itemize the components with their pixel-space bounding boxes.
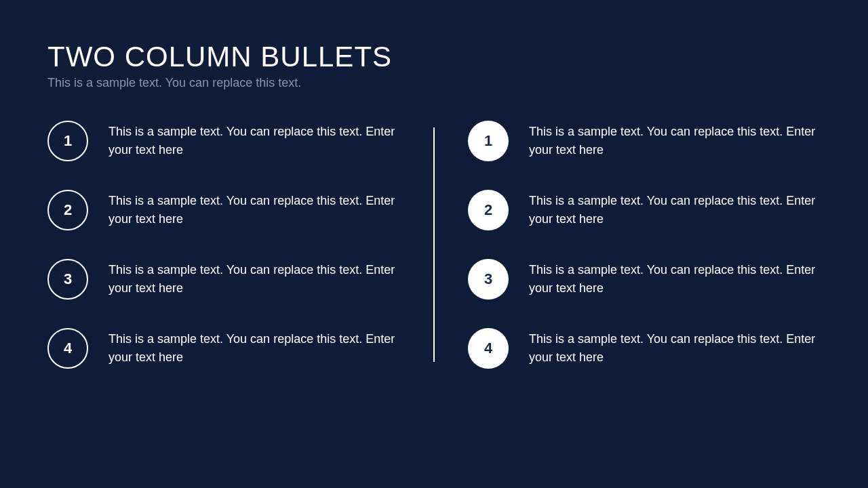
right-column: 1 This is a sample text. You can replace… [434, 121, 821, 369]
slide-subtitle: This is a sample text. You can replace t… [47, 76, 821, 90]
left-column: 1 This is a sample text. You can replace… [47, 121, 434, 369]
bullet-number-circle: 3 [468, 259, 509, 300]
bullet-number-circle: 4 [468, 328, 509, 369]
slide-title: TWO COLUMN BULLETS [47, 41, 821, 73]
bullet-text: This is a sample text. You can replace t… [108, 192, 400, 228]
bullet-number-circle: 3 [47, 259, 88, 300]
list-item: 4 This is a sample text. You can replace… [47, 328, 400, 369]
bullet-text: This is a sample text. You can replace t… [529, 123, 821, 159]
bullet-number-circle: 2 [47, 190, 88, 230]
list-item: 3 This is a sample text. You can replace… [47, 259, 400, 300]
list-item: 2 This is a sample text. You can replace… [468, 190, 821, 230]
list-item: 1 This is a sample text. You can replace… [468, 121, 821, 161]
bullet-text: This is a sample text. You can replace t… [108, 261, 400, 298]
list-item: 4 This is a sample text. You can replace… [468, 328, 821, 369]
columns-container: 1 This is a sample text. You can replace… [47, 121, 821, 369]
bullet-number-circle: 4 [47, 328, 88, 369]
bullet-text: This is a sample text. You can replace t… [529, 192, 821, 228]
list-item: 2 This is a sample text. You can replace… [47, 190, 400, 230]
bullet-number-circle: 1 [47, 121, 88, 161]
bullet-text: This is a sample text. You can replace t… [529, 330, 821, 367]
bullet-number-circle: 2 [468, 190, 509, 230]
bullet-text: This is a sample text. You can replace t… [108, 123, 400, 159]
bullet-text: This is a sample text. You can replace t… [529, 261, 821, 298]
list-item: 3 This is a sample text. You can replace… [468, 259, 821, 300]
bullet-number-circle: 1 [468, 121, 509, 161]
bullet-text: This is a sample text. You can replace t… [108, 330, 400, 367]
column-divider [433, 127, 435, 362]
list-item: 1 This is a sample text. You can replace… [47, 121, 400, 161]
